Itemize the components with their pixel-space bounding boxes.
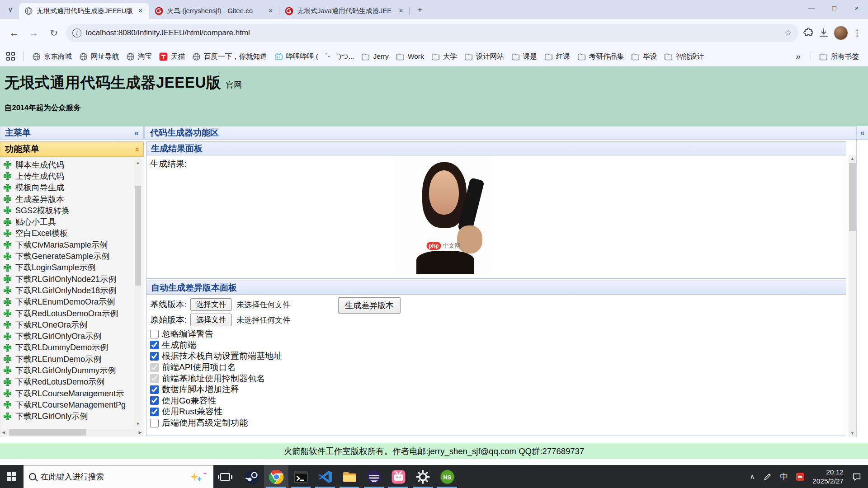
- sidebar-menu-item[interactable]: 下载RLGirlOnlyDummy示例: [3, 365, 144, 376]
- sidebar-horizontal-scrollbar[interactable]: ◀ ▶: [0, 429, 144, 436]
- sidebar-menu-item[interactable]: 下载RedLotusDemoOra示例: [3, 308, 144, 319]
- diff-option-checkbox[interactable]: [150, 408, 159, 416]
- sidebar-menu-item[interactable]: 下载GenerateSample示例: [3, 250, 144, 262]
- sidebar-menu-item[interactable]: 脚本生成代码: [3, 159, 144, 170]
- bookmarks-overflow-icon[interactable]: »: [791, 52, 805, 61]
- sidebar-menu-item[interactable]: 下载RLGirlOnlyNode21示例: [3, 273, 144, 285]
- all-bookmarks-item[interactable]: 所有书签: [816, 50, 862, 63]
- sidebar-menu-item[interactable]: 下载RLCourseManagementPg: [3, 399, 144, 410]
- scrollbar-thumb[interactable]: [135, 186, 141, 286]
- pen-icon[interactable]: [763, 472, 772, 481]
- sidebar-menu-item[interactable]: SGS2模板转换: [3, 205, 144, 216]
- tab-search-chevron-icon[interactable]: ∨: [4, 3, 17, 16]
- sidebar-menu-item[interactable]: 模板向导生成: [3, 182, 144, 193]
- sidebar-menu-item[interactable]: 生成差异版本: [3, 193, 144, 205]
- official-site-link[interactable]: 官网: [226, 80, 242, 89]
- bookmark-item[interactable]: Work: [393, 51, 427, 63]
- sidebar-menu-item[interactable]: 贴心小工具: [3, 216, 144, 227]
- browser-tab[interactable]: 无垠式Java通用代码生成器JEE ×: [279, 3, 410, 19]
- extensions-icon[interactable]: [803, 28, 814, 38]
- apps-grid-icon[interactable]: [6, 52, 15, 61]
- diff-option-checkbox[interactable]: [150, 352, 159, 361]
- scrollbar-thumb[interactable]: [9, 429, 86, 436]
- expand-panel-icon[interactable]: «: [857, 126, 868, 140]
- sidebar-menu-item[interactable]: 下载RLCourseManagement示: [3, 388, 144, 399]
- task-view-button[interactable]: [213, 465, 237, 488]
- taskbar-clock[interactable]: 20:12 2025/2/27: [812, 468, 844, 486]
- taskbar-search-box[interactable]: [24, 465, 213, 488]
- explorer-icon[interactable]: [337, 465, 362, 488]
- chrome-icon[interactable]: [264, 465, 288, 488]
- sidebar-menu-item[interactable]: 空白Excel模板: [3, 228, 144, 239]
- original-choose-file-button[interactable]: 选择文件: [190, 314, 232, 326]
- scroll-left-icon[interactable]: ◀: [0, 429, 7, 436]
- tab-close-icon[interactable]: ×: [397, 7, 405, 15]
- site-info-icon[interactable]: i: [72, 28, 81, 38]
- bookmark-item[interactable]: 淘宝: [123, 50, 155, 63]
- browser-tab[interactable]: 无垠式通用代码生成器JEEEU版 ×: [19, 3, 149, 19]
- browser-menu-icon[interactable]: ⋮: [853, 28, 862, 38]
- bookmark-item[interactable]: 考研作品集: [575, 50, 627, 63]
- scroll-up-icon[interactable]: ▲: [134, 159, 142, 166]
- back-icon[interactable]: ←: [6, 25, 22, 41]
- sidebar-menu-item[interactable]: 下载RLGirlOnlyNode18示例: [3, 285, 144, 296]
- ime-indicator[interactable]: 中: [780, 471, 788, 482]
- generate-diff-button[interactable]: 生成差异版本: [338, 297, 401, 314]
- eclipse-icon[interactable]: [362, 465, 386, 488]
- collapse-up-icon[interactable]: «: [132, 147, 142, 150]
- tray-expand-icon[interactable]: ∧: [750, 473, 755, 481]
- diff-option-checkbox[interactable]: [150, 363, 159, 372]
- sidebar-menu-item[interactable]: 下载LoginSample示例: [3, 262, 144, 273]
- bookmark-item[interactable]: 课题: [509, 50, 540, 63]
- diff-option-checkbox[interactable]: [150, 374, 159, 383]
- bookmark-item[interactable]: 毕设: [628, 50, 660, 63]
- start-button[interactable]: [0, 465, 24, 488]
- bookmark-item[interactable]: 智能设计: [661, 50, 707, 63]
- bookmark-item[interactable]: 红课: [542, 50, 573, 63]
- search-highlights-icon[interactable]: [190, 472, 207, 482]
- url-text[interactable]: localhost:8080/InfinityJEEEU/html/compar…: [86, 28, 780, 38]
- search-input[interactable]: [41, 472, 186, 482]
- bilibili-app-icon[interactable]: [386, 465, 410, 488]
- scroll-right-icon[interactable]: ▶: [137, 429, 144, 436]
- browser-tab[interactable]: 火鸟 (jerryshensjf) - Gitee.co ×: [149, 3, 279, 19]
- tab-close-icon[interactable]: ×: [267, 7, 275, 15]
- forward-icon[interactable]: →: [26, 25, 42, 41]
- bookmark-item[interactable]: 哔哩哔哩 ( ゜- ゜)つ...: [272, 50, 357, 63]
- sidebar-menu-item[interactable]: 下载RedLotusDemo示例: [3, 376, 144, 388]
- diff-option-checkbox[interactable]: [150, 330, 159, 338]
- settings-icon[interactable]: [410, 465, 435, 488]
- hbuilder-icon[interactable]: [435, 465, 459, 488]
- function-menu-header[interactable]: 功能菜单 «: [0, 141, 144, 157]
- tab-close-icon[interactable]: ×: [137, 7, 145, 15]
- bookmark-item[interactable]: 网址导航: [76, 50, 122, 63]
- tray-app-icon[interactable]: [796, 473, 804, 481]
- scroll-down-icon[interactable]: ▼: [134, 420, 142, 427]
- sidebar-menu-item[interactable]: 下载CivMariaSample示例: [3, 239, 144, 250]
- diff-option-checkbox[interactable]: [150, 419, 159, 427]
- sidebar-menu-item[interactable]: 上传生成代码: [3, 170, 144, 182]
- bookmark-item[interactable]: 天猫: [156, 50, 188, 63]
- notification-center-icon[interactable]: [852, 472, 862, 482]
- scrollbar-thumb[interactable]: [849, 163, 856, 231]
- bookmark-item[interactable]: 大学: [429, 50, 460, 63]
- new-tab-button[interactable]: +: [413, 4, 427, 17]
- diff-option-checkbox[interactable]: [150, 341, 159, 349]
- profile-avatar[interactable]: [834, 26, 848, 40]
- bookmark-item[interactable]: 京东商城: [29, 50, 75, 63]
- sidebar-menu-item[interactable]: 下载RLDummyDemo示例: [3, 342, 144, 353]
- collapse-left-icon[interactable]: «: [134, 128, 139, 138]
- sidebar-menu-item[interactable]: 下载RLEnumDemoOra示例: [3, 296, 144, 308]
- bookmark-item[interactable]: 百度一下，你就知道: [189, 50, 270, 63]
- bookmark-item[interactable]: Jerry: [359, 51, 391, 63]
- downloads-icon[interactable]: [818, 28, 829, 38]
- baseline-choose-file-button[interactable]: 选择文件: [190, 298, 232, 311]
- steam-icon[interactable]: [240, 465, 264, 488]
- bookmark-star-icon[interactable]: ☆: [784, 28, 792, 38]
- refresh-icon[interactable]: ↻: [46, 25, 61, 41]
- scroll-up-icon[interactable]: ▲: [849, 155, 856, 162]
- window-close-icon[interactable]: ×: [845, 0, 868, 15]
- diff-option-checkbox[interactable]: [150, 396, 159, 405]
- window-maximize-icon[interactable]: □: [823, 0, 845, 15]
- sidebar-menu-item[interactable]: 下载RLGirlOnlyOra示例: [3, 330, 144, 342]
